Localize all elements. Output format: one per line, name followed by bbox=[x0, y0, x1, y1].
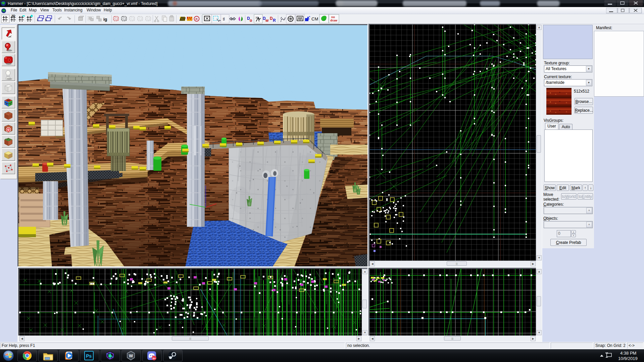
svg-text:D: D bbox=[270, 16, 273, 21]
svg-text:10/9/2019: 10/9/2019 bbox=[618, 356, 638, 361]
svg-text:9+: 9+ bbox=[153, 357, 156, 360]
svg-text:w: w bbox=[265, 18, 269, 23]
svg-text:draw: draw bbox=[330, 19, 338, 22]
svg-text:CM: CM bbox=[311, 16, 318, 21]
svg-text:L: L bbox=[37, 18, 39, 22]
svg-text:o: o bbox=[250, 18, 252, 23]
svg-text:3D: 3D bbox=[11, 14, 15, 17]
svg-text:4:38 PM: 4:38 PM bbox=[620, 351, 636, 356]
svg-text:tl: tl bbox=[223, 17, 225, 21]
svg-text:R: R bbox=[273, 18, 276, 23]
svg-text:no: no bbox=[331, 15, 335, 19]
svg-text:R: R bbox=[196, 17, 198, 21]
svg-text:ig: ig bbox=[103, 17, 107, 22]
svg-text:W: W bbox=[129, 353, 133, 358]
svg-text:tl: tl bbox=[232, 17, 233, 21]
svg-text:Ps: Ps bbox=[86, 353, 92, 359]
svg-text:S: S bbox=[45, 18, 47, 22]
